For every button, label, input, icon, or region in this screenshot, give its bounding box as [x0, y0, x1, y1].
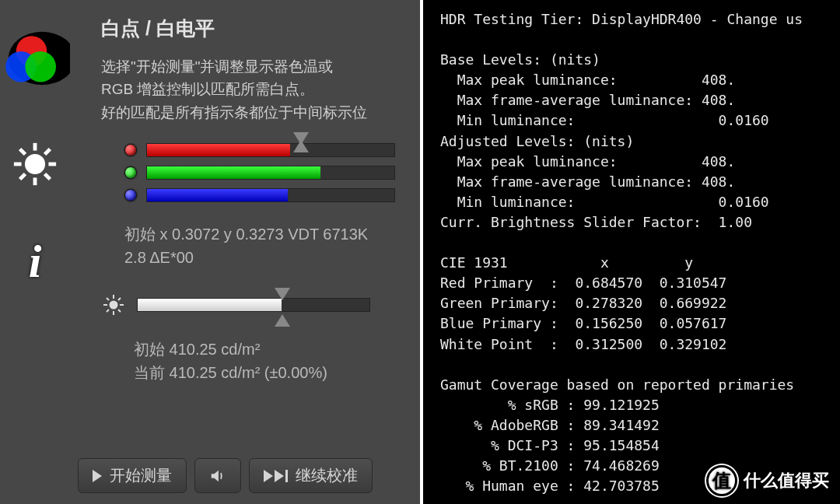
- target-marker-bottom-icon: [293, 140, 309, 152]
- green-channel-row: [124, 166, 412, 180]
- adj-max-peak: Max peak luminance: 408.: [440, 153, 735, 170]
- svg-line-21: [118, 298, 121, 300]
- cie-green: Green Primary: 0.278320 0.669922: [440, 295, 726, 311]
- watermark-text: 什么值得买: [744, 469, 829, 492]
- svg-line-11: [20, 174, 26, 180]
- sun-small-icon: [101, 292, 126, 317]
- svg-point-13: [110, 302, 117, 309]
- brightness-icon: [11, 140, 59, 188]
- blue-dot-icon: [124, 189, 137, 201]
- rgb-bars: [124, 143, 412, 202]
- play-icon: [93, 470, 102, 482]
- hdr-report-panel: HDR Testing Tier: DisplayHDR400 - Change…: [420, 0, 840, 504]
- red-dot-icon: [124, 144, 137, 156]
- base-max-peak: Max peak luminance: 408.: [440, 72, 735, 88]
- svg-line-18: [107, 298, 109, 300]
- rgb-circles-icon: [0, 23, 70, 93]
- panel-title: 白点 / 白电平: [101, 16, 412, 41]
- svg-point-3: [25, 51, 56, 82]
- next-icon: [264, 470, 288, 482]
- panel-description: 选择"开始测量"并调整显示器色温或 RGB 增益控制以匹配所需白点。 好的匹配是…: [101, 55, 412, 124]
- brightness-readout: 初始 410.25 cd/m² 当前 410.25 cd/m² (±0.00%): [134, 338, 412, 384]
- red-channel-bar[interactable]: [146, 143, 395, 157]
- brightness-marker-bottom-icon: [275, 314, 290, 327]
- cie-header: CIE 1931 x y: [440, 254, 693, 271]
- gamut-dcip3: % DCI-P3 : 95.154854: [440, 437, 660, 453]
- base-max-frame: Max frame-average luminance: 408.: [440, 92, 735, 108]
- svg-line-19: [118, 310, 121, 312]
- green-dot-icon: [124, 166, 137, 179]
- whitepoint-readout: 初始 x 0.3072 y 0.3273 VDT 6713K 2.8 ΔE*00: [124, 222, 412, 269]
- step-sidebar: i: [0, 0, 70, 504]
- adj-max-frame: Max frame-average luminance: 408.: [440, 173, 735, 190]
- blue-channel-row: [124, 188, 412, 202]
- brightness-row: [101, 292, 412, 317]
- hdr-header: HDR Testing Tier: DisplayHDR400 - Change…: [440, 11, 803, 27]
- calibration-panel: i 白点 / 白电平 选择"开始测量"并调整显示器色温或 RGB 增益控制以匹配…: [0, 0, 420, 504]
- base-min: Min luminance: 0.0160: [440, 112, 769, 128]
- svg-line-9: [20, 149, 26, 155]
- svg-line-12: [45, 149, 51, 155]
- sound-toggle-button[interactable]: [194, 458, 241, 493]
- watermark: 值 什么值得买: [706, 465, 829, 496]
- start-measure-button[interactable]: 开始测量: [78, 458, 187, 493]
- gamut-bt: % BT.2100 : 74.468269: [440, 457, 660, 474]
- adj-min: Min luminance: 0.0160: [440, 194, 769, 210]
- continue-calibrate-label: 继续校准: [296, 465, 358, 486]
- start-measure-label: 开始测量: [110, 465, 172, 486]
- gamut-title: Gamut Coverage based on reported primari…: [440, 376, 794, 393]
- button-bar: 开始测量 继续校准: [78, 458, 412, 493]
- blue-channel-bar[interactable]: [146, 188, 395, 202]
- gamut-srgb: % sRGB : 99.121925: [440, 397, 660, 413]
- speaker-icon: [209, 467, 226, 485]
- cie-red: Red Primary : 0.684570 0.310547: [440, 275, 726, 291]
- svg-line-20: [107, 310, 109, 312]
- svg-point-4: [26, 156, 43, 172]
- calibration-content: 白点 / 白电平 选择"开始测量"并调整显示器色温或 RGB 增益控制以匹配所需…: [101, 16, 412, 384]
- red-channel-row: [124, 143, 412, 157]
- watermark-badge-icon: 值: [706, 465, 737, 496]
- cie-white: White Point : 0.312500 0.329102: [440, 336, 726, 352]
- green-channel-bar[interactable]: [146, 166, 395, 180]
- gamut-eye: % Human eye : 42.703785: [440, 478, 660, 494]
- cie-blue: Blue Primary : 0.156250 0.057617: [440, 315, 726, 331]
- svg-line-10: [45, 174, 51, 180]
- continue-calibrate-button[interactable]: 继续校准: [249, 458, 373, 493]
- gamut-argb: % AdobeRGB : 89.341492: [440, 417, 660, 433]
- brightness-slider-factor: Curr. Brightness Slider Factor: 1.00: [440, 214, 752, 230]
- adj-levels-title: Adjusted Levels: (nits): [440, 133, 634, 149]
- base-levels-title: Base Levels: (nits): [440, 51, 600, 68]
- info-icon: i: [29, 235, 42, 289]
- brightness-bar[interactable]: [137, 298, 370, 312]
